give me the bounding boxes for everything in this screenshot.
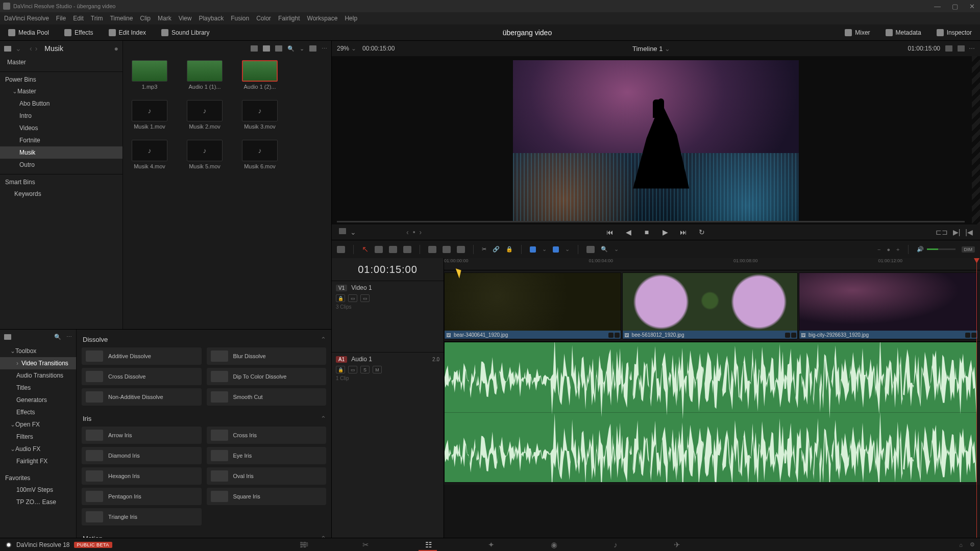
- sound-library-toggle[interactable]: Sound Library: [158, 28, 213, 38]
- flag-icon[interactable]: [530, 246, 536, 253]
- viewer-more-icon[interactable]: ⋯: [969, 45, 975, 52]
- menu-color[interactable]: Color: [256, 15, 271, 22]
- track-auto-select-icon[interactable]: ▭: [348, 366, 357, 373]
- clip-curve-icon[interactable]: [608, 333, 614, 338]
- in-out-next-icon[interactable]: ▶|: [953, 228, 961, 236]
- metadata-toggle[interactable]: Metadata: [883, 28, 924, 38]
- video-clip[interactable]: bee-5618012_1920.jpg: [622, 272, 798, 339]
- cut-page-icon[interactable]: ✂: [362, 540, 369, 549]
- trim-tool-icon[interactable]: [375, 246, 383, 253]
- media-clip[interactable]: Audio 1 (1)...: [184, 60, 225, 90]
- fx-tree-item[interactable]: Effects: [0, 406, 76, 418]
- dim-button[interactable]: DIM: [962, 246, 975, 253]
- clip-keyframe-icon[interactable]: [791, 333, 796, 338]
- media-clip[interactable]: Audio 1 (2)...: [239, 60, 280, 90]
- fx-item[interactable]: Hexagon Iris: [82, 467, 202, 485]
- fx-item[interactable]: Arrow Iris: [82, 427, 202, 444]
- fusion-page-icon[interactable]: ✦: [488, 540, 495, 549]
- volume-icon[interactable]: 🔊: [917, 246, 924, 253]
- list-view-icon[interactable]: [251, 45, 258, 52]
- track-lock-icon[interactable]: 🔒: [336, 366, 345, 373]
- nav-fwd[interactable]: ›: [35, 44, 38, 53]
- loop-button[interactable]: ↻: [698, 228, 706, 236]
- zoom-out-icon[interactable]: −: [877, 246, 880, 253]
- next-marker-icon[interactable]: ›: [420, 228, 422, 236]
- effects-search-icon[interactable]: 🔍: [54, 334, 61, 340]
- blade-tool-icon[interactable]: [403, 246, 411, 253]
- track-mute-button[interactable]: M: [373, 366, 382, 373]
- search-dropdown-icon[interactable]: ⌄: [300, 45, 304, 52]
- fx-tree-item[interactable]: Fairlight FX: [0, 455, 76, 467]
- keyboard-icon[interactable]: ⌨: [300, 541, 308, 548]
- collapse-icon[interactable]: ⌃: [321, 336, 326, 343]
- menu-fairlight[interactable]: Fairlight: [278, 15, 300, 22]
- grid-view-icon[interactable]: [263, 45, 270, 52]
- media-clip[interactable]: ♪Musik 4.mov: [129, 140, 170, 169]
- media-pool-toggle[interactable]: Media Pool: [5, 28, 52, 38]
- bin-power-master[interactable]: ⌄Master: [0, 85, 122, 97]
- playhead[interactable]: [976, 258, 977, 538]
- effects-toggle[interactable]: Effects: [61, 28, 96, 38]
- media-clip[interactable]: ♪Musik 5.mov: [184, 140, 225, 169]
- fx-item[interactable]: Diamond Iris: [82, 447, 202, 464]
- menu-fusion[interactable]: Fusion: [231, 15, 249, 22]
- window-maximize[interactable]: ▢: [950, 3, 960, 10]
- viewer-zoom[interactable]: 29%: [337, 45, 349, 52]
- track-solo-button[interactable]: S: [360, 366, 370, 373]
- fx-item[interactable]: Triangle Iris: [82, 508, 202, 525]
- bin-item[interactable]: Outro: [0, 159, 122, 171]
- timeline-dropdown-icon[interactable]: ⌄: [665, 45, 670, 53]
- effects-more-icon[interactable]: ⋯: [66, 334, 72, 340]
- menu-trim[interactable]: Trim: [91, 15, 103, 22]
- fx-item[interactable]: Square Iris: [207, 488, 327, 505]
- color-page-icon[interactable]: ◉: [551, 540, 557, 549]
- menu-davinci-resolve[interactable]: DaVinci Resolve: [4, 15, 49, 22]
- menu-workspace[interactable]: Workspace: [307, 15, 338, 22]
- settings-icon[interactable]: ⚙: [970, 541, 975, 548]
- bin-dropdown-icon[interactable]: ⌄: [15, 44, 21, 53]
- replace-clip-icon[interactable]: [457, 246, 465, 253]
- viewer-tc-left[interactable]: 00:00:15:00: [362, 45, 395, 52]
- home-icon[interactable]: ⌂: [959, 542, 963, 548]
- track-auto-select-icon[interactable]: ▭: [348, 294, 357, 302]
- menu-mark[interactable]: Mark: [158, 15, 172, 22]
- edit-page-icon[interactable]: ☷: [425, 540, 432, 549]
- media-clip[interactable]: 1.mp3: [129, 60, 170, 90]
- snapping-icon[interactable]: [586, 246, 595, 253]
- menu-clip[interactable]: Clip: [140, 15, 151, 22]
- track-enable-icon[interactable]: ▭: [360, 294, 370, 302]
- fx-item[interactable]: Additive Dissolve: [82, 347, 202, 365]
- menu-timeline[interactable]: Timeline: [110, 15, 133, 22]
- bin-item[interactable]: Fortnite: [0, 134, 122, 146]
- viewer-mode-a-icon[interactable]: [945, 45, 952, 52]
- fx-tree-item[interactable]: Generators: [0, 394, 76, 406]
- menu-playback[interactable]: Playback: [199, 15, 224, 22]
- video-clip[interactable]: bear-3400641_1920.jpg: [444, 272, 621, 339]
- fx-tree-item[interactable]: ›Video Transitions: [0, 357, 76, 369]
- media-clip[interactable]: ♪Musik 1.mov: [129, 100, 170, 130]
- bin-item[interactable]: Abo Button: [0, 97, 122, 110]
- marker-icon[interactable]: [553, 246, 559, 253]
- deliver-page-icon[interactable]: ✈: [674, 540, 680, 549]
- step-back-button[interactable]: ◀: [624, 228, 632, 236]
- stop-button[interactable]: ■: [643, 228, 651, 236]
- fx-toolbox[interactable]: ⌄Toolbox: [0, 345, 76, 357]
- search-icon[interactable]: 🔍: [287, 45, 295, 52]
- clip-keyframe-icon[interactable]: [971, 333, 976, 338]
- razor-icon[interactable]: ✂: [482, 246, 486, 253]
- bin-master[interactable]: Master: [0, 56, 122, 68]
- audio-track[interactable]: [444, 342, 980, 485]
- mixer-toggle[interactable]: Mixer: [842, 28, 873, 38]
- selection-tool-icon[interactable]: ↖: [362, 244, 369, 254]
- marker-dropdown-icon[interactable]: ⌄: [565, 246, 570, 253]
- fx-item[interactable]: Pentagon Iris: [82, 488, 202, 505]
- zoom-fit-icon[interactable]: 🔍: [601, 246, 608, 253]
- video-track-head[interactable]: V1Video 1 🔒 ▭ ▭ 3 Clips: [332, 281, 444, 352]
- fx-openfx[interactable]: ⌄Open FX: [0, 418, 76, 431]
- fx-tree-item[interactable]: Filters: [0, 431, 76, 443]
- strip-view-icon[interactable]: [275, 45, 282, 52]
- media-clip[interactable]: ♪Musik 2.mov: [184, 100, 225, 130]
- nav-back[interactable]: ‹: [30, 44, 32, 53]
- menu-view[interactable]: View: [179, 15, 192, 22]
- viewer[interactable]: [332, 56, 980, 224]
